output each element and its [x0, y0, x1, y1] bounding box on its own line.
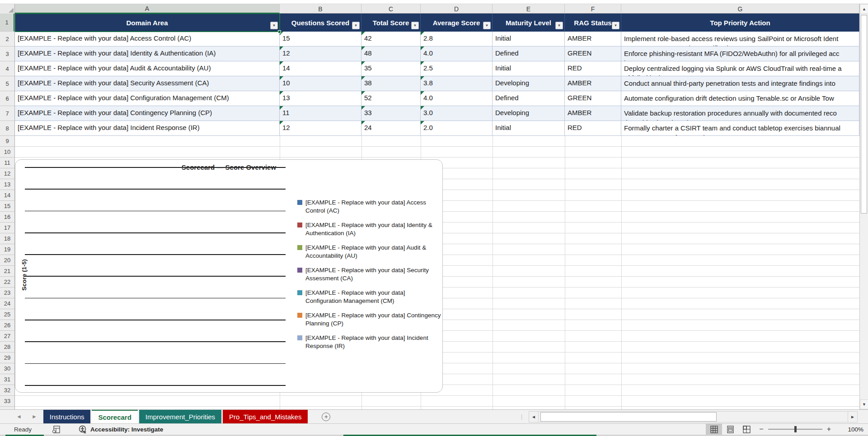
- header-rag-status[interactable]: RAG Status▼: [565, 14, 621, 32]
- header-top-priority-action[interactable]: Top Priority Action: [621, 14, 859, 32]
- cell-questions-scored[interactable]: 12: [280, 46, 361, 61]
- row-header[interactable]: 15: [0, 201, 14, 212]
- cell-top-priority-action[interactable]: Automate configuration drift detection u…: [621, 91, 859, 106]
- row-header[interactable]: 24: [0, 298, 14, 309]
- scroll-right-icon[interactable]: ►: [848, 411, 858, 422]
- filter-button[interactable]: ▼: [555, 22, 563, 29]
- cell-maturity-level[interactable]: Initial: [493, 32, 565, 46]
- row-header[interactable]: 20: [0, 255, 14, 266]
- tab-bar-divider-dots[interactable]: ⋮: [519, 410, 525, 424]
- cell-maturity-level[interactable]: Defined: [493, 91, 565, 106]
- column-header-C[interactable]: C: [361, 4, 421, 14]
- tab-instructions[interactable]: Instructions: [43, 410, 91, 423]
- row-header[interactable]: 3: [0, 46, 14, 61]
- tab-nav-left-icon[interactable]: ◄: [16, 413, 22, 420]
- cell-top-priority-action[interactable]: Enforce phishing-resistant MFA (FIDO2/We…: [621, 46, 859, 61]
- row-header[interactable]: 11: [0, 158, 14, 168]
- cell-rag-status[interactable]: AMBER: [565, 76, 621, 91]
- cell-domain-area[interactable]: [EXAMPLE - Replace with your data] Secur…: [15, 76, 280, 91]
- cell-maturity-level[interactable]: Developing: [493, 76, 565, 91]
- cell-domain-area[interactable]: [EXAMPLE - Replace with your data] Acces…: [15, 32, 280, 46]
- cell-maturity-level[interactable]: Defined: [493, 46, 565, 61]
- cell-top-priority-action[interactable]: Deploy centralized logging via Splunk or…: [621, 61, 859, 76]
- cell-domain-area[interactable]: [EXAMPLE - Replace with your data] Confi…: [15, 91, 280, 106]
- scroll-left-icon[interactable]: ◄: [529, 411, 539, 422]
- cell-top-priority-action[interactable]: Implement role-based access reviews usin…: [621, 32, 859, 46]
- header-maturity-level[interactable]: Maturity Level▼: [493, 14, 565, 32]
- cell-top-priority-action[interactable]: Validate backup restoration procedures a…: [621, 106, 859, 121]
- cell-domain-area[interactable]: [EXAMPLE - Replace with your data] Conti…: [15, 106, 280, 121]
- cell-rag-status[interactable]: AMBER: [565, 106, 621, 121]
- vertical-scrollbar[interactable]: ▲ ▼: [859, 4, 868, 409]
- cell-average-score[interactable]: 3.0: [421, 106, 493, 121]
- cell-rag-status[interactable]: RED: [565, 121, 621, 136]
- zoom-out-button[interactable]: −: [759, 425, 763, 433]
- filter-button[interactable]: ▼: [411, 22, 419, 29]
- legend-entry[interactable]: [EXAMPLE - Replace with your data] Ident…: [297, 221, 442, 237]
- filter-button[interactable]: ▼: [612, 22, 619, 29]
- legend-entry[interactable]: [EXAMPLE - Replace with your data] Conti…: [297, 311, 442, 328]
- header-domain-area[interactable]: Domain Area▼: [15, 14, 280, 32]
- row-header[interactable]: 5: [0, 76, 14, 91]
- row-header[interactable]: 13: [0, 179, 14, 190]
- zoom-slider-thumb[interactable]: [794, 426, 797, 432]
- cell-top-priority-action[interactable]: Formally charter a CSIRT team and conduc…: [621, 121, 859, 136]
- cell-average-score[interactable]: 2.8: [421, 32, 493, 46]
- legend-entry[interactable]: [EXAMPLE - Replace with your data] Audit…: [297, 244, 442, 260]
- zoom-level-label[interactable]: 100%: [843, 426, 863, 433]
- row-header[interactable]: 8: [0, 121, 14, 136]
- row-header[interactable]: 9: [0, 136, 14, 147]
- row-header-1[interactable]: 1: [0, 14, 14, 32]
- filter-button[interactable]: ▼: [270, 22, 278, 29]
- header-average-score[interactable]: Average Score▼: [421, 14, 493, 32]
- filter-button[interactable]: ▼: [352, 22, 360, 29]
- cell-domain-area[interactable]: [EXAMPLE - Replace with your data] Incid…: [15, 121, 280, 136]
- row-header[interactable]: 7: [0, 106, 14, 121]
- row-header[interactable]: 16: [0, 212, 14, 223]
- fill-handle[interactable]: [278, 30, 281, 33]
- cell-questions-scored[interactable]: 10: [280, 76, 361, 91]
- cell-average-score[interactable]: 2.0: [421, 121, 493, 136]
- row-header[interactable]: 22: [0, 277, 14, 288]
- row-header[interactable]: 25: [0, 309, 14, 320]
- scroll-down-icon[interactable]: ▼: [860, 399, 868, 409]
- row-header[interactable]: 12: [0, 168, 14, 179]
- cell-rag-status[interactable]: GREEN: [565, 46, 621, 61]
- row-header[interactable]: 21: [0, 266, 14, 277]
- column-header-B[interactable]: B: [280, 4, 361, 14]
- header-total-score[interactable]: Total Score▼: [361, 14, 421, 32]
- cell-total-score[interactable]: 35: [361, 61, 421, 76]
- row-header[interactable]: 2: [0, 32, 14, 46]
- row-header[interactable]: 23: [0, 288, 14, 298]
- cell-total-score[interactable]: 52: [361, 91, 421, 106]
- cell-total-score[interactable]: 48: [361, 46, 421, 61]
- cell-questions-scored[interactable]: 12: [280, 121, 361, 136]
- tab-nav-right-icon[interactable]: ►: [32, 413, 37, 420]
- legend-entry[interactable]: [EXAMPLE - Replace with your data] Acces…: [297, 199, 442, 215]
- row-header[interactable]: 26: [0, 320, 14, 331]
- row-header[interactable]: 10: [0, 147, 14, 158]
- accessibility-status[interactable]: Accessibility: Investigate: [78, 425, 163, 434]
- cell-total-score[interactable]: 33: [361, 106, 421, 121]
- cell-domain-area[interactable]: [EXAMPLE - Replace with your data] Audit…: [15, 61, 280, 76]
- row-header[interactable]: 33: [0, 396, 14, 407]
- cell-domain-area[interactable]: [EXAMPLE - Replace with your data] Ident…: [15, 46, 280, 61]
- cell-average-score[interactable]: 3.8: [421, 76, 493, 91]
- cell-total-score[interactable]: 38: [361, 76, 421, 91]
- legend-entry[interactable]: [EXAMPLE - Replace with your data] Incid…: [297, 334, 442, 350]
- tab-improvement-priorities[interactable]: Improvement_Priorities: [139, 410, 221, 423]
- cell-maturity-level[interactable]: Developing: [493, 106, 565, 121]
- row-header[interactable]: 30: [0, 363, 14, 374]
- cell-rag-status[interactable]: RED: [565, 61, 621, 76]
- cell-average-score[interactable]: 2.5: [421, 61, 493, 76]
- cell-maturity-level[interactable]: Initial: [493, 61, 565, 76]
- horizontal-scrollbar[interactable]: ◄ ►: [529, 411, 858, 422]
- column-header-A[interactable]: A: [15, 4, 280, 14]
- row-header[interactable]: 18: [0, 233, 14, 244]
- horizontal-scroll-thumb[interactable]: [540, 412, 717, 422]
- score-overview-chart[interactable]: Scorecard — Score Overview Score (1-5) […: [15, 159, 443, 393]
- row-header[interactable]: 14: [0, 190, 14, 201]
- column-header-D[interactable]: D: [421, 4, 493, 14]
- row-header[interactable]: 31: [0, 374, 14, 385]
- cell-total-score[interactable]: 24: [361, 121, 421, 136]
